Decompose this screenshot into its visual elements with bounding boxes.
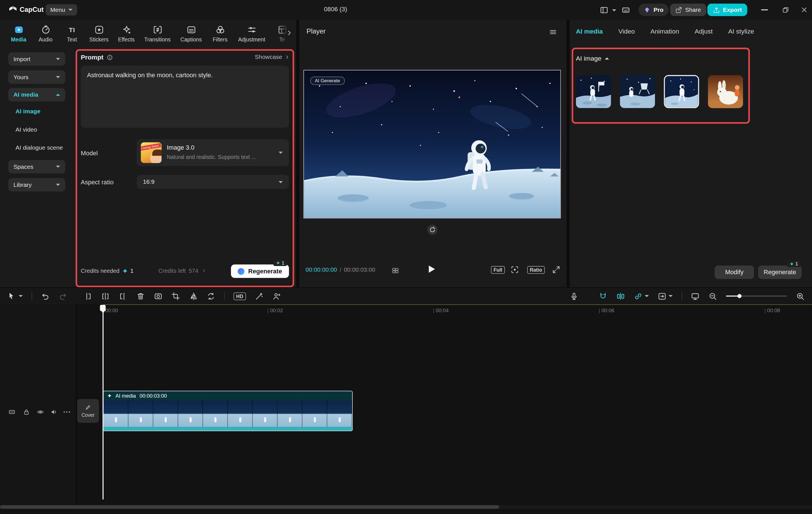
tab-ai-stylize[interactable]: AI stylize: [728, 28, 754, 35]
filters-icon: [215, 25, 225, 35]
ai-image-thumb-2[interactable]: [620, 75, 655, 108]
model-thumbnail-hair: [152, 150, 162, 156]
sidebar-item-import[interactable]: Import: [8, 53, 65, 66]
video-preview[interactable]: AI Generate: [303, 70, 561, 218]
mirror-icon[interactable]: [189, 292, 198, 300]
transitions-icon: [152, 25, 163, 35]
preview-axis-icon[interactable]: [616, 292, 625, 300]
regenerate-sphere-icon: [238, 268, 245, 274]
split-left-icon[interactable]: [83, 292, 92, 300]
sidebar-item-library[interactable]: Library: [8, 178, 65, 192]
play-button[interactable]: [429, 266, 435, 273]
ai-image-thumb-4[interactable]: [708, 75, 743, 108]
aspect-ratio-dropdown[interactable]: 16:9: [137, 175, 289, 189]
tabstrip-more[interactable]: [278, 20, 296, 46]
chevron-right-icon: [285, 29, 293, 37]
link-clips-control[interactable]: [634, 292, 649, 300]
main-track-icon[interactable]: [8, 408, 16, 416]
crop-icon[interactable]: [171, 292, 180, 300]
hide-track-icon[interactable]: [37, 408, 44, 416]
showcase-link[interactable]: Showcase: [218, 54, 290, 60]
focus-icon[interactable]: [511, 266, 519, 274]
tab-text[interactable]: Text: [59, 20, 85, 46]
track-more-icon[interactable]: [63, 411, 70, 414]
zoom-in-icon[interactable]: [796, 292, 805, 300]
app-name: CapCut: [20, 6, 44, 13]
ratio-toggle[interactable]: Ratio: [527, 266, 545, 274]
modify-button[interactable]: Modify: [715, 266, 754, 279]
slider-knob[interactable]: [737, 294, 742, 298]
tab-audio[interactable]: Audio: [32, 20, 59, 46]
hd-button[interactable]: HD: [233, 292, 246, 300]
minimize-button[interactable]: [761, 9, 768, 10]
ai-image-thumb-1[interactable]: [576, 75, 611, 108]
sidebar-item-ai-image[interactable]: AI image: [16, 107, 40, 115]
ai-image-thumb-3-selected[interactable]: [664, 75, 699, 108]
regenerate-button-right[interactable]: Regenerate: [758, 266, 802, 279]
menu-button[interactable]: Menu: [46, 4, 77, 16]
redo-icon[interactable]: [59, 292, 67, 300]
enhance-wand-icon[interactable]: [255, 292, 263, 300]
player-menu-icon[interactable]: [549, 28, 557, 36]
magnet-snap-icon[interactable]: [599, 292, 607, 300]
prompt-textarea[interactable]: Astronaut walking on the moon, cartoon s…: [81, 66, 289, 128]
undo-icon[interactable]: [41, 292, 50, 300]
scrollbar-thumb[interactable]: [0, 505, 499, 509]
stickers-icon: [94, 25, 104, 35]
maximize-button[interactable]: [782, 6, 789, 13]
tab-ai-media[interactable]: AI media: [576, 28, 603, 35]
split-right-icon[interactable]: [119, 292, 127, 300]
zoom-out-icon[interactable]: [708, 292, 717, 300]
timeline-zoom-slider[interactable]: [726, 293, 787, 300]
timeline-clip-ai-media[interactable]: AI media 00:00:03:00: [103, 391, 353, 431]
tab-effects[interactable]: Effects: [113, 20, 140, 46]
sidebar-item-ai-video[interactable]: AI video: [16, 125, 37, 133]
split-icon[interactable]: [101, 292, 110, 300]
sidebar-item-ai-media[interactable]: AI media: [8, 88, 65, 101]
audio-icon: [40, 25, 51, 35]
tab-captions[interactable]: Captions: [175, 20, 207, 46]
sidebar-item-spaces[interactable]: Spaces: [8, 160, 65, 174]
close-button[interactable]: [801, 6, 808, 13]
regenerate-button[interactable]: Regenerate: [231, 265, 289, 278]
tab-adjustment[interactable]: Adjustment: [233, 20, 270, 46]
playhead-handle[interactable]: [100, 305, 106, 311]
keyboard-shortcuts-icon[interactable]: [621, 6, 630, 14]
track-options-control[interactable]: [658, 292, 673, 300]
pro-button[interactable]: Pro: [639, 4, 669, 16]
tab-video[interactable]: Video: [618, 28, 635, 35]
export-button[interactable]: Export: [707, 4, 748, 16]
tab-filters[interactable]: Filters: [207, 20, 233, 46]
character-icon[interactable]: [272, 292, 281, 300]
replace-icon[interactable]: [207, 292, 215, 300]
mute-track-icon[interactable]: [50, 408, 58, 416]
select-tool[interactable]: [7, 292, 23, 300]
tab-media[interactable]: Media: [5, 20, 32, 46]
sidebar-item-ai-dialogue-scene[interactable]: AI dialogue scene: [16, 144, 63, 152]
frame-view-icon[interactable]: [392, 267, 400, 274]
workspace-layout-icon[interactable]: [600, 6, 608, 14]
cover-button[interactable]: Cover: [77, 399, 99, 423]
sidebar-item-yours[interactable]: Yours: [8, 70, 65, 84]
lock-track-icon[interactable]: [23, 408, 30, 416]
credits-left[interactable]: Credits left 574: [158, 268, 207, 274]
delete-icon[interactable]: [136, 292, 145, 300]
playhead-line[interactable]: [103, 310, 104, 500]
inspector-tabs: AI media Video Animation Adjust AI styli…: [576, 28, 754, 35]
record-voiceover-icon[interactable]: [570, 292, 578, 300]
tab-adjust[interactable]: Adjust: [695, 28, 713, 35]
model-dropdown[interactable]: Coming Soon! Image 3.0 Natural and reali…: [137, 139, 289, 166]
chevron-down-icon[interactable]: [612, 9, 616, 11]
tab-transitions[interactable]: Transitions: [140, 20, 175, 46]
tab-stickers[interactable]: Stickers: [85, 20, 113, 46]
tab-animation[interactable]: Animation: [650, 28, 679, 35]
full-toggle[interactable]: Full: [491, 266, 505, 274]
info-icon[interactable]: [107, 54, 113, 61]
regenerate-cost-badge-right: 1: [787, 261, 801, 267]
rotate-handle[interactable]: [427, 224, 438, 235]
ai-image-section-header[interactable]: AI image: [576, 55, 609, 62]
share-button[interactable]: Share: [670, 4, 706, 16]
fullscreen-icon[interactable]: [552, 266, 560, 274]
mask-icon[interactable]: [154, 292, 163, 300]
preview-quality-icon[interactable]: [691, 292, 699, 300]
